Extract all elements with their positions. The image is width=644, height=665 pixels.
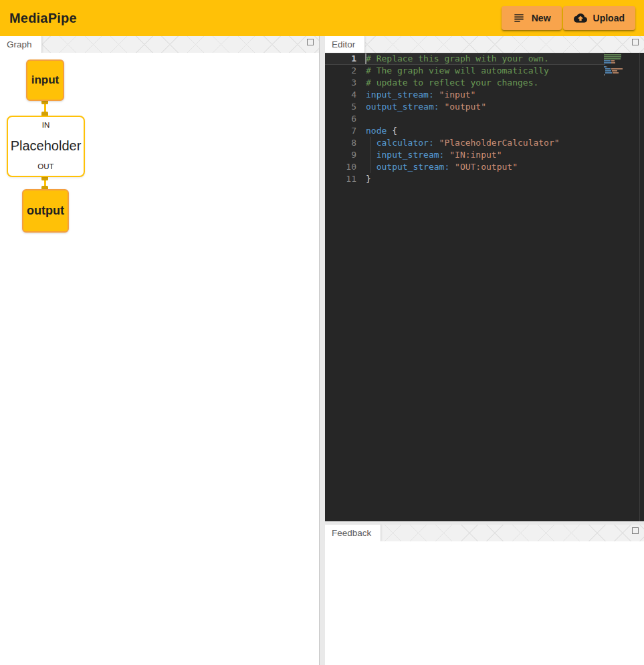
code-token: node <box>366 126 387 136</box>
node-label: output <box>27 204 64 218</box>
node-label: Placeholder <box>11 138 82 154</box>
minimap-line <box>604 68 629 70</box>
code-token <box>434 90 439 100</box>
code-line[interactable]: # The graph view will automatically <box>366 65 604 77</box>
maximize-icon[interactable] <box>307 39 314 45</box>
minimap-line <box>604 60 629 61</box>
line-number: 4 <box>325 89 356 101</box>
minimap-line <box>604 62 629 63</box>
code-token <box>449 162 455 172</box>
code-token: calculator: <box>377 138 434 148</box>
graph-node-output[interactable]: output <box>22 189 69 233</box>
line-number: 5 <box>325 101 356 113</box>
minimap-line <box>604 58 629 59</box>
code-token: input_stream: <box>366 90 434 100</box>
out-port-label: OUT <box>37 162 53 170</box>
editor-code: # Replace this graph with your own.# The… <box>366 53 604 185</box>
code-token: # update to reflect your changes. <box>366 78 538 88</box>
code-line[interactable] <box>366 113 604 125</box>
code-token: "input" <box>439 90 476 100</box>
line-number: 2 <box>325 65 356 77</box>
graph-node-input[interactable]: input <box>26 59 64 101</box>
code-line[interactable]: output_stream: "OUT:output" <box>366 161 604 173</box>
feedback-panel: Feedback <box>325 525 644 665</box>
code-line[interactable]: output_stream: "output" <box>366 101 604 113</box>
feedback-tabstrip: Feedback <box>325 525 644 541</box>
upload-button[interactable]: Upload <box>563 6 635 30</box>
minimap-line <box>604 64 629 65</box>
code-token <box>434 138 439 148</box>
cloud-upload-icon <box>574 11 587 25</box>
in-port-label: IN <box>42 121 50 129</box>
maximize-icon[interactable] <box>632 39 639 45</box>
code-token <box>366 138 377 148</box>
app-header: MediaPipe New Upload <box>0 0 644 36</box>
line-number: 9 <box>325 149 356 161</box>
minimap-line <box>604 74 629 76</box>
line-number: 7 <box>325 125 356 137</box>
code-token: # The graph view will automatically <box>366 65 549 76</box>
graph-tabstrip: Graph <box>0 36 319 53</box>
graph-node-placeholder[interactable]: IN Placeholder OUT <box>7 116 85 177</box>
line-number: 8 <box>325 137 356 149</box>
minimap-line <box>604 54 629 55</box>
editor-tabstrip: Editor <box>325 36 644 53</box>
minimap-line <box>604 72 629 74</box>
code-token: output_stream: <box>377 162 450 172</box>
code-line[interactable]: node { <box>366 125 604 137</box>
graph-canvas[interactable]: input IN Placeholder OUT output <box>0 53 319 665</box>
code-token <box>366 150 377 160</box>
new-button-label: New <box>532 13 551 23</box>
code-token <box>366 162 377 172</box>
code-line[interactable]: input_stream: "input" <box>366 89 604 101</box>
code-token: "PlaceholderCalculator" <box>439 138 560 148</box>
tab-graph[interactable]: Graph <box>0 36 42 53</box>
line-number: 6 <box>325 113 356 125</box>
code-line[interactable]: input_stream: "IN:input" <box>366 149 604 161</box>
code-token: "IN:input" <box>449 150 502 160</box>
editor-minimap[interactable] <box>604 54 629 76</box>
line-number: 3 <box>325 77 356 89</box>
node-label: input <box>31 74 60 87</box>
editor-gutter: 1234567891011 <box>325 53 356 185</box>
line-number: 11 <box>325 173 356 185</box>
code-token: "output" <box>444 102 486 112</box>
line-number: 10 <box>325 161 356 173</box>
maximize-icon[interactable] <box>632 527 639 534</box>
minimap-line <box>604 66 629 68</box>
upload-button-label: Upload <box>593 13 625 23</box>
code-token: output_stream: <box>366 102 439 112</box>
line-number: 1 <box>325 53 356 65</box>
feedback-content <box>325 541 644 665</box>
code-line[interactable]: calculator: "PlaceholderCalculator" <box>366 137 604 149</box>
tab-editor[interactable]: Editor <box>325 36 365 53</box>
tab-feedback[interactable]: Feedback <box>325 525 381 541</box>
new-button[interactable]: New <box>502 6 562 30</box>
page-title: MediaPipe <box>9 11 77 26</box>
subject-icon <box>512 11 526 25</box>
minimap-line <box>604 56 629 57</box>
code-line[interactable]: } <box>366 173 604 185</box>
code-line[interactable]: # update to reflect your changes. <box>366 77 604 89</box>
minimap-line <box>604 70 629 72</box>
code-token: { <box>387 126 397 136</box>
code-token: input_stream: <box>377 150 445 160</box>
editor-panel: Editor 1234567891011 # Replace this grap… <box>325 36 644 521</box>
graph-panel: Graph input IN Placeholder OUT output <box>0 36 320 665</box>
code-token: "OUT:output" <box>455 162 518 172</box>
code-token: # Replace this graph with your own. <box>366 53 549 63</box>
code-editor[interactable]: 1234567891011 # Replace this graph with … <box>325 53 644 521</box>
code-token: } <box>366 174 371 184</box>
code-line[interactable]: # Replace this graph with your own. <box>366 53 604 65</box>
